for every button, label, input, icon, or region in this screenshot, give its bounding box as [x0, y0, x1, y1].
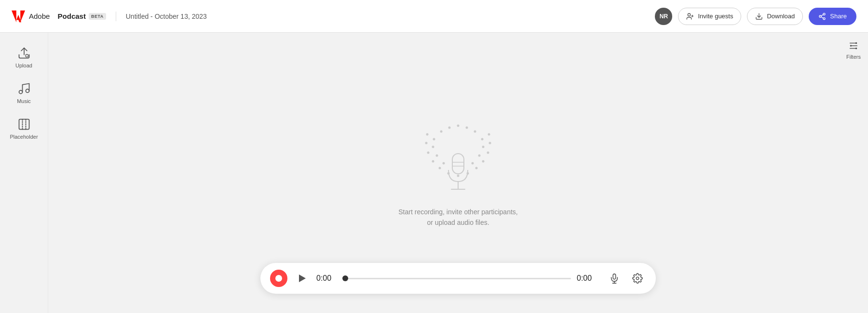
download-button[interactable]: Download — [747, 8, 803, 25]
svg-point-40 — [474, 130, 476, 132]
svg-point-28 — [487, 151, 489, 154]
time-current: 0:00 — [316, 274, 339, 283]
user-avatar-button[interactable]: NR — [655, 8, 672, 25]
time-total: 0:00 — [577, 274, 600, 283]
sidebar-item-music[interactable]: Music — [3, 76, 45, 110]
filters-panel: Filters — [839, 33, 868, 60]
svg-point-32 — [489, 142, 491, 144]
svg-point-36 — [488, 133, 490, 135]
empty-state-text: Start recording, invite other participan… — [398, 207, 517, 228]
svg-line-7 — [821, 17, 824, 18]
sidebar-item-placeholder[interactable]: Placeholder — [3, 112, 45, 145]
svg-point-38 — [481, 138, 484, 140]
content-area: Start recording, invite other participan… — [48, 33, 868, 313]
beta-badge: BETA — [89, 13, 106, 20]
svg-point-22 — [475, 167, 478, 169]
record-dot — [275, 275, 282, 282]
mic-button-icon — [609, 273, 620, 284]
svg-point-39 — [440, 130, 443, 132]
app-name: Adobe Podcast BETA — [29, 12, 106, 20]
document-title: Untitled - October 13, 2023 — [126, 13, 207, 20]
svg-point-37 — [433, 138, 435, 140]
main-layout: Upload Music Placeholder — [0, 33, 868, 313]
svg-line-8 — [821, 14, 824, 16]
header-divider — [116, 12, 116, 21]
svg-point-52 — [636, 277, 639, 280]
svg-point-34 — [482, 145, 485, 148]
settings-button[interactable] — [629, 270, 646, 287]
svg-point-29 — [436, 154, 438, 156]
svg-point-58 — [855, 48, 857, 50]
download-icon — [755, 13, 763, 20]
svg-point-31 — [425, 142, 428, 144]
transport-bar: 0:00 0:00 — [260, 263, 656, 294]
svg-point-0 — [688, 13, 691, 16]
svg-point-57 — [850, 45, 852, 47]
settings-icon — [632, 273, 643, 284]
svg-point-41 — [448, 126, 451, 129]
sidebar: Upload Music Placeholder — [0, 33, 48, 313]
music-label: Music — [17, 98, 31, 104]
svg-point-30 — [478, 154, 481, 156]
adobe-logo-icon — [12, 10, 25, 23]
app-header: Adobe Podcast BETA Untitled - October 13… — [0, 0, 868, 33]
svg-point-13 — [19, 91, 22, 94]
logo-area: Adobe Podcast BETA — [12, 10, 106, 23]
header-actions: NR Invite guests Download — [655, 8, 856, 25]
upload-label: Upload — [15, 63, 32, 68]
svg-rect-44 — [452, 154, 464, 174]
music-icon — [17, 82, 31, 95]
invite-guests-button[interactable]: Invite guests — [678, 8, 741, 25]
mic-dots-container — [415, 118, 502, 195]
record-button[interactable] — [270, 270, 287, 287]
sidebar-item-upload[interactable]: Upload — [3, 40, 45, 74]
svg-point-35 — [426, 133, 429, 135]
progress-thumb — [342, 275, 348, 281]
upload-icon — [17, 46, 31, 60]
play-button[interactable] — [293, 270, 311, 287]
svg-point-42 — [466, 126, 468, 129]
svg-rect-49 — [613, 274, 616, 279]
filters-icon — [848, 40, 859, 51]
svg-point-21 — [439, 167, 441, 169]
microphone-svg — [444, 152, 473, 195]
play-icon — [299, 274, 306, 282]
filters-button[interactable]: Filters — [846, 40, 861, 60]
svg-point-33 — [432, 145, 434, 148]
share-icon — [818, 13, 826, 20]
svg-point-27 — [427, 151, 430, 154]
share-button[interactable]: Share — [809, 8, 856, 25]
invite-icon — [686, 13, 694, 20]
svg-point-14 — [26, 89, 29, 92]
mic-illustration — [415, 118, 502, 195]
filters-label: Filters — [846, 54, 861, 60]
svg-point-56 — [855, 42, 857, 44]
placeholder-icon — [17, 117, 31, 131]
svg-point-23 — [432, 160, 434, 162]
microphone-button[interactable] — [606, 270, 623, 287]
svg-point-43 — [457, 124, 460, 127]
progress-track[interactable] — [345, 278, 571, 279]
placeholder-label: Placeholder — [10, 134, 38, 140]
svg-point-24 — [482, 160, 485, 162]
svg-rect-15 — [19, 119, 29, 130]
